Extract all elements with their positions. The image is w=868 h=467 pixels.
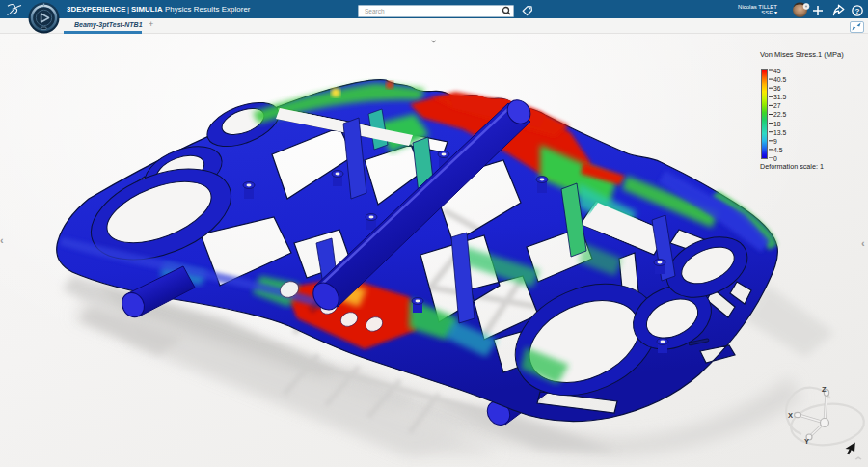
svg-text:X: X (788, 411, 793, 420)
svg-text:Y: Y (804, 437, 809, 446)
svg-text:Z: Z (822, 385, 827, 394)
svg-text:?: ? (855, 7, 860, 15)
